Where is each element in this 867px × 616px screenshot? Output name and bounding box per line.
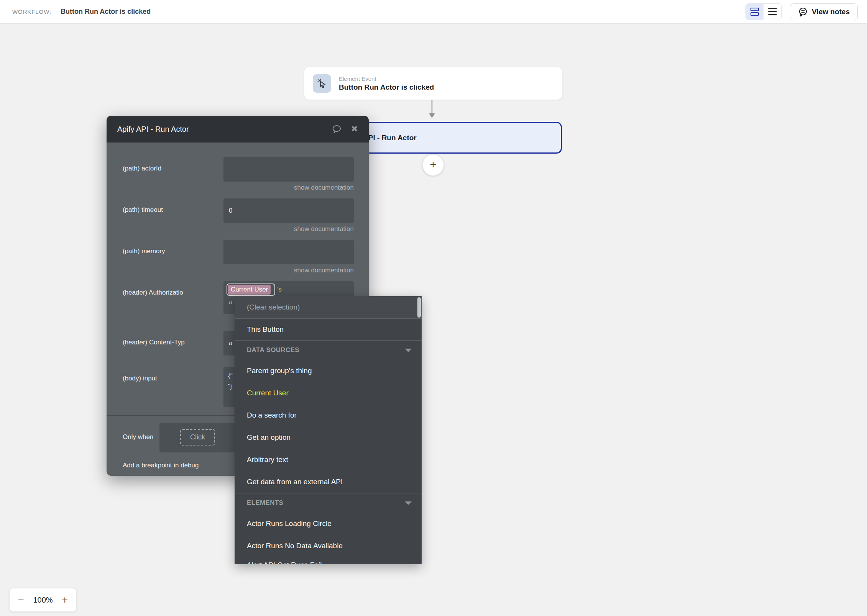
section-header-label: ELEMENTS: [247, 499, 283, 507]
add-step-button[interactable]: +: [422, 154, 444, 176]
workflow-title: Button Run Actor is clicked: [61, 8, 151, 16]
event-card-text: Element Event Button Run Actor is clicke…: [339, 75, 434, 92]
memory-input[interactable]: [223, 240, 354, 264]
panel-title: Apify API - Run Actor: [117, 125, 332, 134]
show-documentation-link[interactable]: show documentation: [223, 225, 354, 233]
expression-suffix: 's: [277, 286, 282, 293]
field-row-timeout: (path) timeout 0 show documentation: [123, 198, 354, 240]
cursor-click-icon: [313, 74, 331, 93]
dropdown-item[interactable]: Get data from an external API: [235, 471, 422, 493]
connector-arrow-icon: [427, 100, 437, 118]
field-label: (path) actorId: [123, 157, 223, 198]
dropdown-item-current-user[interactable]: Current User: [235, 382, 422, 404]
topbar: WORKFLOW: Button Run Actor is clicked Vi…: [0, 0, 867, 24]
chevron-down-icon: [405, 349, 412, 352]
notes-bubble-icon: [798, 7, 808, 17]
dropdown-scrollbar-thumb[interactable]: [417, 297, 421, 318]
timeout-input[interactable]: 0: [223, 198, 354, 223]
dropdown-item-clear-selection[interactable]: (Clear selection): [235, 296, 422, 318]
dropdown-item[interactable]: Arbitrary text: [235, 449, 422, 471]
field-row-memory: (path) memory show documentation: [123, 240, 354, 281]
view-notes-label: View notes: [812, 8, 850, 16]
event-title: Button Run Actor is clicked: [339, 83, 434, 92]
click-condition-chip[interactable]: Click: [180, 429, 215, 446]
dropdown-item[interactable]: Get an option: [235, 426, 422, 449]
zoom-in-button[interactable]: +: [62, 595, 68, 605]
view-notes-button[interactable]: View notes: [790, 3, 858, 20]
token-label: Current User: [228, 285, 271, 295]
field-row-actorid: (path) actorId show documentation: [123, 157, 354, 198]
workflow-label: WORKFLOW:: [12, 8, 51, 15]
dropdown-section-data-sources[interactable]: DATA SOURCES: [235, 341, 422, 360]
field-label: (body) input: [123, 367, 223, 407]
dropdown-section-elements[interactable]: ELEMENTS: [235, 493, 422, 513]
only-when-label: Only when: [123, 423, 159, 452]
field-label: (path) timeout: [123, 198, 223, 240]
dropdown-item[interactable]: Actor Runs Loading Circle: [235, 513, 422, 535]
card-view-button[interactable]: [746, 4, 764, 20]
canvas-zoom-control: − 100% +: [9, 588, 77, 612]
field-label: (header) Authorizatio: [123, 281, 223, 314]
section-header-label: DATA SOURCES: [247, 346, 299, 354]
dropdown-item-this-button[interactable]: This Button: [235, 319, 422, 340]
card-view-icon: [750, 8, 759, 16]
topbar-actions: View notes: [745, 3, 858, 20]
panel-header: Apify API - Run Actor ✖: [107, 116, 369, 143]
workflow-editor: WORKFLOW: Button Run Actor is clicked Vi…: [0, 0, 867, 616]
dropdown-item[interactable]: Alert API Get Runs Fail: [235, 557, 422, 564]
view-mode-toggle: [745, 3, 782, 20]
event-card[interactable]: Element Event Button Run Actor is clicke…: [304, 67, 562, 100]
zoom-out-button[interactable]: −: [18, 595, 24, 605]
zoom-level: 100%: [33, 596, 53, 605]
comment-icon[interactable]: [332, 124, 342, 134]
current-user-token[interactable]: Current User: [227, 283, 275, 296]
expression-dropdown: (Clear selection) This Button DATA SOURC…: [235, 296, 422, 564]
dropdown-item[interactable]: Actor Runs No Data Available: [235, 535, 422, 557]
field-label: (header) Content-Typ: [123, 331, 223, 356]
show-documentation-link[interactable]: show documentation: [223, 267, 354, 274]
chevron-down-icon: [405, 501, 412, 505]
show-documentation-link[interactable]: show documentation: [223, 184, 354, 192]
actorid-input[interactable]: [223, 157, 354, 182]
field-label: (path) memory: [123, 240, 223, 281]
list-view-button[interactable]: [764, 4, 781, 20]
list-view-icon: [768, 8, 777, 15]
event-kind-label: Element Event: [339, 75, 434, 82]
dropdown-item[interactable]: Parent group's thing: [235, 360, 422, 382]
close-icon[interactable]: ✖: [351, 125, 358, 133]
dropdown-item[interactable]: Do a search for: [235, 404, 422, 426]
